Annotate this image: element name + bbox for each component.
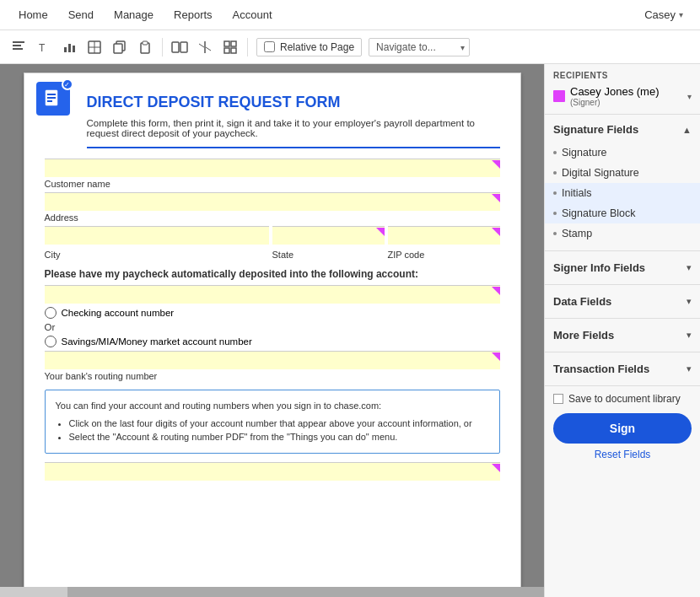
field-label-initials: Initials: [562, 187, 591, 199]
toolbar-btn-2[interactable]: T: [32, 35, 56, 59]
svg-rect-21: [224, 48, 229, 53]
save-doc-row[interactable]: Save to document library: [553, 393, 692, 405]
svg-rect-13: [143, 41, 148, 45]
toolbar-btn-6[interactable]: [133, 35, 157, 59]
signer-info-section[interactable]: Signer Info Fields ▾: [545, 251, 700, 285]
save-doc-checkbox[interactable]: [553, 394, 563, 404]
recipient-chevron[interactable]: ▾: [687, 92, 692, 101]
city-state-labels: City State ZIP code: [45, 250, 500, 260]
relative-page-label: Relative to Page: [280, 41, 354, 53]
svg-rect-11: [114, 44, 122, 53]
zip-label: ZIP code: [388, 250, 500, 260]
city-state-row: [45, 226, 500, 248]
toolbar-btn-9[interactable]: [218, 35, 242, 59]
field-dot-signature: [553, 151, 557, 154]
checking-label: Checking account number: [62, 308, 175, 318]
transaction-fields-chevron[interactable]: ▾: [687, 363, 692, 374]
address-field[interactable]: [45, 192, 500, 211]
paycheck-corner: [492, 287, 500, 295]
customer-name-input[interactable]: [45, 159, 500, 177]
savings-field[interactable]: [45, 351, 500, 369]
city-field[interactable]: [45, 226, 269, 246]
toolbar-btn-4[interactable]: [83, 35, 106, 59]
svg-rect-0: [13, 41, 24, 43]
state-input[interactable]: [272, 226, 385, 245]
field-dot-stamp: [553, 232, 557, 235]
signature-field-items: Signature Digital Signature Initials Sig…: [545, 143, 700, 250]
info-box-list: Click on the last four digits of your ac…: [69, 417, 489, 444]
horizontal-scrollbar[interactable]: [0, 587, 544, 597]
toolbar-btn-5[interactable]: [108, 35, 132, 59]
toolbar-btn-7[interactable]: [168, 35, 191, 59]
nav-manage[interactable]: Manage: [104, 0, 164, 30]
customer-name-field[interactable]: [45, 159, 500, 177]
savings-input[interactable]: [45, 351, 500, 369]
paycheck-input[interactable]: [45, 285, 500, 304]
nav-reports[interactable]: Reports: [164, 0, 223, 30]
field-item-stamp[interactable]: Stamp: [553, 223, 692, 244]
data-fields-chevron[interactable]: ▾: [687, 296, 692, 307]
field-item-initials[interactable]: Initials: [545, 183, 700, 203]
checking-radio[interactable]: [45, 307, 57, 319]
svg-rect-14: [172, 42, 179, 52]
zip-input[interactable]: [388, 226, 500, 245]
right-panel: RECIPIENTS Casey Jones (me) (Signer) ▾ S…: [544, 64, 700, 597]
toolbar-btn-1[interactable]: [7, 35, 30, 59]
svg-rect-15: [180, 42, 187, 52]
savings-radio[interactable]: [45, 336, 57, 347]
nav-home[interactable]: Home: [8, 0, 58, 30]
address-input[interactable]: [45, 192, 500, 211]
recipient-info: Casey Jones (me) (Signer): [553, 85, 659, 107]
savings-radio-row[interactable]: Savings/MIA/Money market account number: [45, 336, 500, 347]
field-item-signature[interactable]: Signature: [553, 143, 692, 163]
navigate-select[interactable]: Navigate to...: [369, 38, 470, 56]
top-nav: Home Send Manage Reports Account Casey ▾: [0, 0, 700, 30]
extra-corner: [492, 464, 500, 472]
svg-rect-2: [13, 48, 23, 50]
signature-fields-section: Signature Fields ▲ Signature Digital Sig…: [545, 115, 700, 251]
transaction-fields-section[interactable]: Transaction Fields ▾: [545, 352, 700, 386]
field-item-signature-block[interactable]: Signature Block: [545, 203, 700, 223]
navigate-select-wrapper[interactable]: Navigate to...: [363, 38, 470, 56]
field-item-digital-signature[interactable]: Digital Signature: [553, 163, 692, 183]
doc-icon-badge: [62, 78, 73, 90]
reset-fields-link[interactable]: Reset Fields: [553, 449, 692, 460]
svg-text:T: T: [39, 42, 46, 54]
extra-field[interactable]: [45, 462, 500, 481]
signature-fields-chevron[interactable]: ▲: [682, 125, 692, 135]
document-icon: [36, 82, 70, 116]
document-title: DIRECT DEPOSIT REQUEST FORM: [87, 90, 500, 111]
signature-fields-label: Signature Fields: [553, 123, 638, 136]
user-menu[interactable]: Casey ▾: [636, 8, 692, 21]
more-fields-section[interactable]: More Fields ▾: [545, 319, 700, 352]
sign-button[interactable]: Sign: [553, 413, 692, 444]
paycheck-field[interactable]: [45, 285, 500, 304]
more-fields-chevron[interactable]: ▾: [687, 330, 692, 341]
svg-rect-4: [64, 47, 67, 52]
horizontal-scrollbar-thumb[interactable]: [0, 587, 67, 597]
signer-info-chevron[interactable]: ▾: [687, 262, 692, 273]
relative-page-btn[interactable]: Relative to Page: [256, 38, 362, 56]
toolbar-divider-2: [247, 38, 248, 56]
address-label: Address: [45, 212, 500, 223]
recipient-name: Casey Jones (me): [570, 85, 659, 98]
savings-label: Savings/MIA/Money market account number: [62, 336, 252, 347]
state-field[interactable]: [272, 226, 385, 246]
field-dot-initials: [553, 191, 557, 195]
city-input[interactable]: [45, 226, 269, 245]
toolbar-btn-3[interactable]: [57, 35, 81, 59]
checking-radio-row[interactable]: Checking account number: [45, 307, 500, 319]
nav-send[interactable]: Send: [58, 0, 104, 30]
bottom-panel: Save to document library Sign Reset Fiel…: [545, 386, 700, 467]
extra-input[interactable]: [45, 462, 500, 481]
data-fields-section[interactable]: Data Fields ▾: [545, 285, 700, 319]
zip-field[interactable]: [388, 226, 500, 246]
nav-account[interactable]: Account: [223, 0, 283, 30]
zip-corner: [492, 228, 500, 236]
signature-fields-header[interactable]: Signature Fields ▲: [545, 115, 700, 143]
document-scroll[interactable]: DIRECT DEPOSIT REQUEST FORM Complete thi…: [0, 64, 544, 597]
toolbar-btn-8[interactable]: [193, 35, 217, 59]
recipient-row: Casey Jones (me) (Signer) ▾: [553, 85, 692, 107]
user-menu-chevron: ▾: [679, 10, 683, 19]
relative-page-checkbox[interactable]: [264, 41, 275, 52]
